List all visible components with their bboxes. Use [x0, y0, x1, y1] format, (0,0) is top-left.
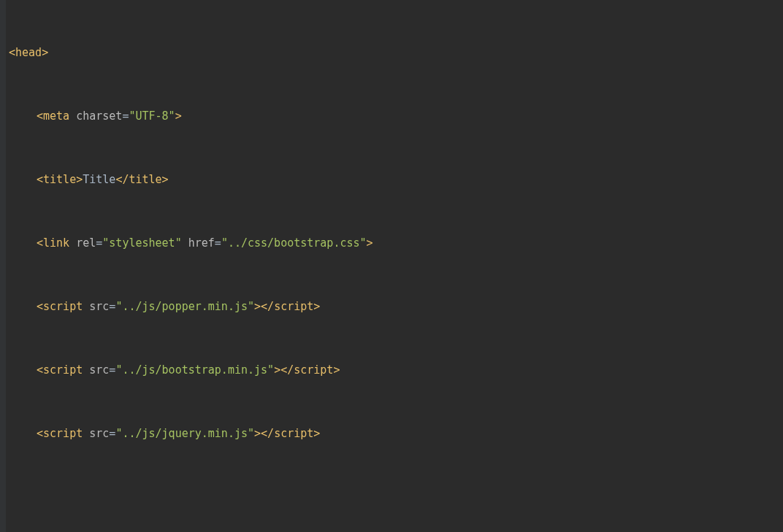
- code-line[interactable]: <head>: [9, 42, 783, 63]
- code-editor[interactable]: <head> <meta charset="UTF-8"> <title>Tit…: [0, 0, 783, 532]
- code-line[interactable]: <meta charset="UTF-8">: [9, 106, 783, 127]
- editor-gutter: [0, 0, 6, 532]
- code-line[interactable]: [9, 529, 783, 532]
- code-line[interactable]: <script src="../js/popper.min.js"></scri…: [9, 296, 783, 317]
- code-line[interactable]: <link rel="stylesheet" href="../css/boot…: [9, 233, 783, 254]
- code-line[interactable]: <script src="../js/jquery.min.js"></scri…: [9, 423, 783, 444]
- code-line[interactable]: <title>Title</title>: [9, 169, 783, 190]
- code-line[interactable]: <script src="../js/bootstrap.min.js"></s…: [9, 360, 783, 381]
- code-line[interactable]: [9, 487, 783, 508]
